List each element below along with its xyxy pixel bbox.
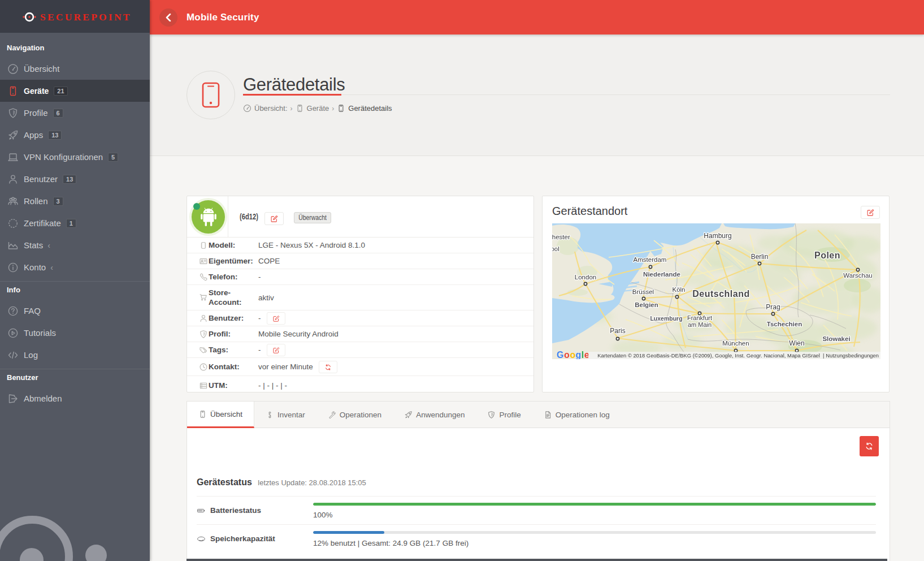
svg-text:Frankfurt: Frankfurt bbox=[687, 314, 712, 321]
svg-text:Deutschland: Deutschland bbox=[692, 289, 750, 299]
svg-text:Luxemburg: Luxemburg bbox=[650, 315, 682, 322]
svg-text:Warschau: Warschau bbox=[843, 272, 872, 279]
svg-text:London: London bbox=[575, 274, 596, 280]
svg-text:Wien: Wien bbox=[789, 339, 804, 347]
svg-text:Brüssel: Brüssel bbox=[632, 288, 654, 295]
svg-text:pool: pool bbox=[552, 245, 559, 252]
svg-text:Polen: Polen bbox=[814, 251, 840, 260]
svg-text:Berlin: Berlin bbox=[751, 253, 769, 261]
svg-text:Köln: Köln bbox=[672, 286, 685, 293]
svg-text:chester: chester bbox=[552, 234, 570, 240]
svg-text:Kartendaten © 2018 GeoBasis-DE: Kartendaten © 2018 GeoBasis-DE/BKG (©200… bbox=[597, 352, 879, 359]
svg-text:Prag: Prag bbox=[766, 303, 780, 311]
svg-text:Hamburg: Hamburg bbox=[704, 232, 731, 240]
svg-text:München: München bbox=[722, 340, 749, 347]
svg-text:Paris: Paris bbox=[610, 327, 625, 335]
svg-text:Slowakei: Slowakei bbox=[822, 335, 850, 342]
svg-text:Amsterdam: Amsterdam bbox=[634, 256, 667, 263]
svg-text:Niederlande: Niederlande bbox=[643, 271, 680, 278]
svg-text:am Main: am Main bbox=[688, 321, 712, 328]
svg-text:Belgien: Belgien bbox=[635, 301, 658, 308]
svg-text:Tschechien: Tschechien bbox=[767, 321, 802, 327]
svg-text:SECUREPOINT: SECUREPOINT bbox=[40, 11, 132, 23]
svg-text:Google: Google bbox=[557, 350, 589, 359]
